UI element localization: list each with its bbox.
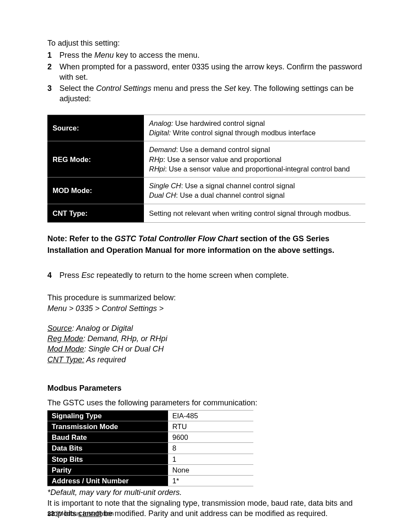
steps-list: 1Press the Menu key to access the menu.2… (47, 50, 365, 104)
setting-value: Setting not relevant when writing contro… (144, 204, 365, 222)
table-row: REG Mode:Demand: Use a demand control si… (47, 141, 365, 177)
param-value: 9600 (168, 432, 253, 443)
setting-value: Demand: Use a demand control signalRHp: … (144, 141, 365, 177)
document-page: To adjust this setting: 1Press the Menu … (0, 0, 411, 532)
modbus-params-heading: Modbus Parameters (47, 383, 365, 393)
param-label: Transmission Mode (47, 421, 168, 432)
step-number: 2 (47, 62, 59, 72)
step-item: 1Press the Menu key to access the menu. (47, 50, 365, 60)
setting-label: MOD Mode: (47, 177, 144, 204)
summary-line: Reg Mode: Demand, RHp, or RHpi (47, 333, 365, 344)
setting-label: CNT Type: (47, 204, 144, 222)
summary-line: Mod Mode: Single CH or Dual CH (47, 344, 365, 354)
step-text: Press Esc repeatedly to return to the ho… (59, 270, 365, 280)
param-label: Stop Bits (47, 454, 168, 464)
summary-lines: Source: Analog or DigitalReg Mode: Deman… (47, 323, 365, 365)
param-label: Parity (47, 464, 168, 475)
table-row: Signaling TypeEIA-485 (47, 410, 253, 421)
step-item: 4Press Esc repeatedly to return to the h… (47, 270, 365, 280)
modbus-params-intro: The GSTC uses the following parameters f… (47, 398, 365, 408)
setting-label: REG Mode: (47, 141, 144, 177)
note-paragraph: Note: Refer to the GSTC Total Controller… (47, 233, 365, 256)
note-flow-title: GSTC Total Controller Flow Chart (115, 234, 238, 243)
params-footnote-default: *Default, may vary for multi-unit orders… (47, 487, 365, 498)
param-value: RTU (168, 421, 253, 432)
intro-text: To adjust this setting: (47, 38, 365, 48)
table-row: Transmission ModeRTU (47, 421, 253, 432)
page-footer: 22 |Modbus Installation (47, 509, 114, 518)
step-text: Press the Menu key to access the menu. (59, 50, 365, 60)
table-row: Data Bits8 (47, 443, 253, 454)
param-label: Baud Rate (47, 432, 168, 443)
step-text: Select the Control Settings menu and pre… (59, 83, 365, 104)
summary-line: Source: Analog or Digital (47, 323, 365, 333)
step-text: When prompted for a password, enter 0335… (59, 62, 365, 83)
settings-table: Source:Analog: Use hardwired control sig… (47, 115, 365, 223)
table-row: Baud Rate9600 (47, 432, 253, 443)
table-row: CNT Type:Setting not relevant when writi… (47, 204, 365, 222)
table-row: ParityNone (47, 464, 253, 475)
setting-value: Analog: Use hardwired control signalDigi… (144, 115, 365, 141)
param-value: EIA-485 (168, 410, 253, 421)
summary-path: Menu > 0335 > Control Settings > (47, 303, 365, 314)
modbus-params-table: Signaling TypeEIA-485Transmission ModeRT… (47, 410, 253, 487)
param-label: Data Bits (47, 443, 168, 454)
note-prefix: Note: Refer to the (47, 234, 115, 243)
step-item: 2When prompted for a password, enter 033… (47, 62, 365, 83)
step-number: 1 (47, 50, 59, 60)
step-item: 3Select the Control Settings menu and pr… (47, 83, 365, 104)
page-number: 22 (47, 510, 55, 517)
foot-note2-b: be modified. Parity and unit address can… (102, 509, 327, 518)
summary-line: CNT Type: As required (47, 355, 365, 365)
param-value: 1 (168, 454, 253, 464)
table-row: Address / Unit Number1* (47, 476, 253, 486)
param-value: 1* (168, 476, 253, 486)
summary-intro: This procedure is summarized below: (47, 292, 365, 303)
step-number: 3 (47, 83, 59, 93)
step-number: 4 (47, 270, 59, 280)
table-row: MOD Mode:Single CH: Use a signal channel… (47, 177, 365, 204)
param-label: Signaling Type (47, 410, 168, 421)
table-row: Stop Bits1 (47, 454, 253, 464)
param-label: Address / Unit Number (47, 476, 168, 486)
setting-label: Source: (47, 115, 144, 141)
table-row: Source:Analog: Use hardwired control sig… (47, 115, 365, 141)
step-4-list: 4Press Esc repeatedly to return to the h… (47, 270, 365, 280)
setting-value: Single CH: Use a signal channel control … (144, 177, 365, 204)
param-value: None (168, 464, 253, 475)
footer-section: Modbus Installation (58, 510, 114, 517)
param-value: 8 (168, 443, 253, 454)
